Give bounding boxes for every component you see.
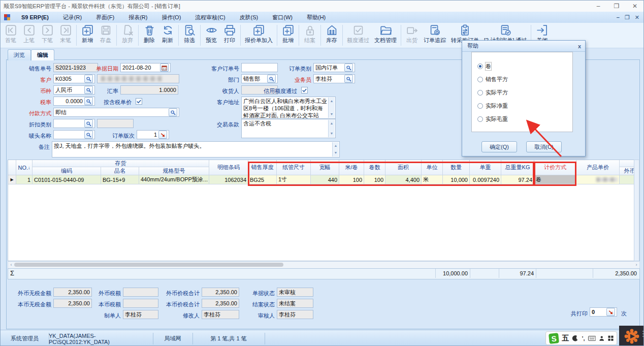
customer-field[interactable]: K0305 bbox=[53, 74, 95, 83]
toolbar-inventory-button[interactable]: 库存 bbox=[323, 23, 341, 48]
menu-item-3[interactable]: 报表(R) bbox=[121, 12, 154, 23]
toolbar-filter-button[interactable]: 筛选 bbox=[180, 23, 199, 48]
cell-no[interactable]: 1 bbox=[16, 175, 33, 184]
mdi-minimize-button[interactable]: – bbox=[617, 14, 620, 20]
menu-item-4[interactable]: 操作(O) bbox=[154, 12, 188, 23]
trade_terms-textarea[interactable]: 含运不含税▲▼ bbox=[241, 119, 336, 138]
credit_pass-checkbox[interactable] bbox=[301, 87, 308, 93]
help-dialog-close-icon[interactable]: x bbox=[578, 43, 581, 49]
salesman-lookup-button[interactable] bbox=[344, 75, 353, 83]
tab-edit[interactable]: 编辑 bbox=[31, 49, 54, 60]
toolbar-printer-button[interactable]: 打印 bbox=[220, 23, 239, 48]
punctuation-icon[interactable]: ’, bbox=[582, 335, 585, 341]
order_type-lookup-button[interactable] bbox=[344, 64, 353, 72]
radio-option-4[interactable]: 实际毛重 bbox=[477, 115, 508, 122]
cell-code[interactable]: C0101-015-0440-09 bbox=[33, 175, 101, 184]
col-header-code[interactable]: 编码 bbox=[33, 167, 101, 175]
radio-option-1[interactable]: 销售平方 bbox=[477, 76, 508, 83]
mark_name-lookup-button[interactable] bbox=[84, 131, 93, 139]
cell-tube[interactable]: 1寸 bbox=[277, 175, 311, 184]
col-header-unit-weight[interactable]: 单重 bbox=[470, 160, 501, 175]
sogou-logo-icon[interactable]: S bbox=[549, 333, 559, 344]
col-header-pricing-mode[interactable]: 计价方式 bbox=[534, 160, 576, 175]
doc_date-field[interactable]: 2021-08-20 bbox=[120, 63, 171, 72]
toolbar-track-button[interactable]: 订单追踪 bbox=[421, 23, 448, 48]
cell-total-weight[interactable]: 97.24 bbox=[501, 175, 534, 184]
keyboard-icon[interactable] bbox=[588, 335, 596, 341]
order_version-spin-button[interactable] bbox=[158, 131, 167, 139]
remark-textarea[interactable]: 按J, 天地盒，打井字带，外包缠绕膜。外包装加贴客户唛头。▲▼ bbox=[52, 141, 340, 158]
menu-item-6[interactable]: 皮肤(S) bbox=[233, 12, 266, 23]
cell-unit-price[interactable] bbox=[576, 175, 620, 184]
radio-icon[interactable] bbox=[477, 77, 483, 82]
cell-pricing-mode[interactable]: 卷 bbox=[534, 175, 576, 184]
menu-item-5[interactable]: 流程审核(C) bbox=[188, 12, 232, 23]
col-header-no[interactable]: NO.↓ bbox=[16, 160, 33, 175]
radio-icon[interactable] bbox=[477, 103, 483, 109]
moon-icon[interactable] bbox=[572, 335, 578, 342]
cell-width[interactable]: 440 bbox=[311, 175, 339, 184]
cell-name[interactable]: BG-15+9 bbox=[101, 175, 139, 184]
mdi-restore-button[interactable]: ❐ bbox=[625, 14, 630, 21]
screen-recorder-widget[interactable] bbox=[619, 326, 644, 346]
cell-rolls[interactable]: 100 bbox=[364, 175, 385, 184]
maximize-button[interactable]: ❐ bbox=[608, 1, 625, 12]
toolbar-refresh-button[interactable]: 刷新 bbox=[158, 23, 177, 48]
toolbar-folder-button[interactable]: 文档管理 bbox=[372, 23, 399, 48]
order_type-field[interactable]: 国内订单 bbox=[313, 63, 355, 72]
col-header-area[interactable]: 面积 bbox=[385, 160, 422, 175]
menu-item-1[interactable]: 记录(R) bbox=[56, 12, 89, 23]
col-header-rolls[interactable]: 卷数 bbox=[364, 160, 385, 175]
scroll-up-icon[interactable]: ▲ bbox=[330, 120, 334, 127]
col-header-tube[interactable]: 纸管尺寸 bbox=[277, 160, 311, 175]
tool-grid-icon[interactable] bbox=[608, 335, 614, 341]
mark_name-field[interactable] bbox=[53, 130, 95, 139]
cell-spec[interactable]: 440mm/24um/BOPP预涂... bbox=[139, 175, 209, 184]
radio-icon[interactable] bbox=[477, 64, 483, 69]
customer_address-textarea[interactable]: 广州白云区人和镇白米布秀水工业区8号一楼（106国道，时利和海鲜酒家正对面, 白… bbox=[241, 97, 336, 119]
col-header-barcode[interactable]: 明细条码 bbox=[209, 160, 248, 175]
radio-option-3[interactable]: 实际净重 bbox=[477, 102, 508, 109]
grid-vertical-scrollbar[interactable] bbox=[634, 160, 639, 261]
scroll-down-icon[interactable]: ▼ bbox=[330, 111, 334, 118]
recorder-menu-dots-icon[interactable] bbox=[642, 331, 643, 337]
tab-browse[interactable]: 浏览 bbox=[8, 49, 31, 60]
menu-item-8[interactable]: 帮助(H) bbox=[300, 12, 333, 23]
scroll-left-icon[interactable]: ‹ bbox=[8, 262, 14, 268]
cell-row-selector[interactable]: ▶ bbox=[8, 175, 16, 184]
wubi-mode-icon[interactable]: 五 bbox=[562, 334, 569, 343]
trade_terms-scrollbar[interactable]: ▲▼ bbox=[328, 120, 335, 137]
customer-lookup-button[interactable] bbox=[84, 75, 93, 83]
minimize-button[interactable]: – bbox=[590, 1, 607, 12]
payment-field[interactable]: 即结 bbox=[53, 108, 179, 117]
discount_type-field[interactable] bbox=[53, 119, 95, 128]
mdi-close-button[interactable]: ✕ bbox=[635, 14, 639, 21]
radio-icon[interactable] bbox=[477, 116, 483, 122]
cell-area[interactable]: 4,400 bbox=[385, 175, 422, 184]
doc_date-calendar-button[interactable] bbox=[160, 64, 169, 72]
scroll-down-icon[interactable]: ▼ bbox=[330, 130, 334, 137]
scroll-thumb[interactable] bbox=[14, 263, 283, 267]
salesman-field[interactable]: 李桂芬 bbox=[313, 74, 355, 83]
menu-item-0[interactable]: S9 ERP(E) bbox=[14, 12, 56, 23]
print-count-field[interactable]: 0 bbox=[590, 307, 617, 317]
radio-icon[interactable] bbox=[477, 90, 483, 96]
order_version-field[interactable]: 1 bbox=[137, 130, 169, 139]
toolbar-batch-add-button[interactable]: 批增 bbox=[279, 23, 297, 48]
col-header-total-weight[interactable]: 总重量KG bbox=[501, 160, 534, 175]
col-header-mpr[interactable]: 米/卷 bbox=[339, 160, 364, 175]
toolbar-quote-add-button[interactable]: 报价单加入 bbox=[242, 23, 275, 48]
tax_rate-field[interactable]: 0.0000 bbox=[53, 97, 95, 106]
print-count-spin-button[interactable] bbox=[606, 308, 615, 316]
scroll-down-icon[interactable]: ▼ bbox=[334, 149, 338, 156]
help-dialog-titlebar[interactable]: 帮助 x bbox=[462, 41, 585, 52]
col-header-name[interactable]: 品名 bbox=[101, 167, 139, 175]
discount_type-lookup-button[interactable] bbox=[84, 119, 93, 128]
col-header-unit[interactable]: 单位 bbox=[422, 160, 443, 175]
tax_included-checkbox[interactable] bbox=[136, 98, 142, 105]
menu-item-7[interactable]: 窗口(W) bbox=[265, 12, 300, 23]
cell-mpr[interactable]: 100 bbox=[339, 175, 364, 184]
toolbar-new-doc-button[interactable]: 新增 bbox=[78, 23, 96, 48]
cell-thickness[interactable]: BG25 bbox=[248, 175, 277, 184]
grid-horizontal-scrollbar[interactable]: ‹ › bbox=[8, 261, 640, 269]
